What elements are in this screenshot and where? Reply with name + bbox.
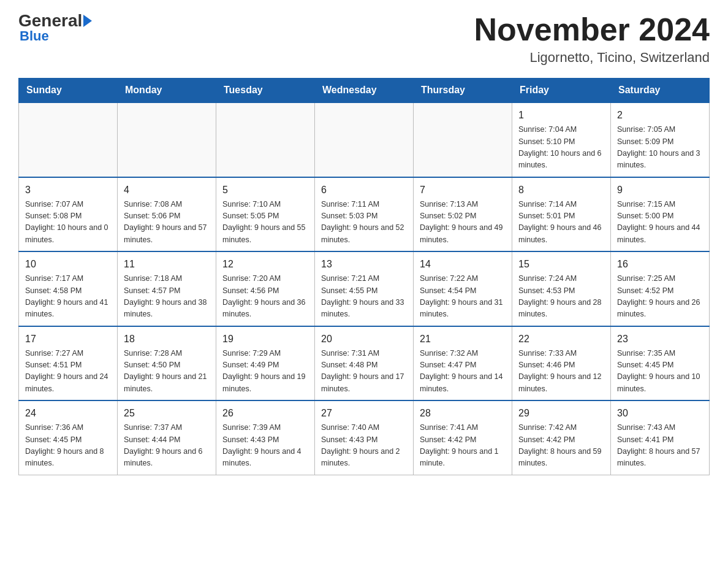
day-info: Sunrise: 7:35 AMSunset: 4:45 PMDaylight:… <box>617 348 703 396</box>
table-row: 18Sunrise: 7:28 AMSunset: 4:50 PMDayligh… <box>118 326 216 401</box>
calendar-table: Sunday Monday Tuesday Wednesday Thursday… <box>18 78 710 475</box>
table-row: 3Sunrise: 7:07 AMSunset: 5:08 PMDaylight… <box>19 177 118 252</box>
day-number: 7 <box>420 183 506 197</box>
table-row: 20Sunrise: 7:31 AMSunset: 4:48 PMDayligh… <box>315 326 414 401</box>
col-tuesday: Tuesday <box>216 79 315 103</box>
table-row: 1Sunrise: 7:04 AMSunset: 5:10 PMDaylight… <box>512 102 611 177</box>
calendar-week-row: 17Sunrise: 7:27 AMSunset: 4:51 PMDayligh… <box>19 326 710 401</box>
calendar-week-row: 24Sunrise: 7:36 AMSunset: 4:45 PMDayligh… <box>19 400 710 475</box>
table-row: 17Sunrise: 7:27 AMSunset: 4:51 PMDayligh… <box>19 326 118 401</box>
day-info: Sunrise: 7:37 AMSunset: 4:44 PMDaylight:… <box>124 422 210 470</box>
day-number: 9 <box>617 183 703 197</box>
day-number: 5 <box>222 183 308 197</box>
col-monday: Monday <box>118 79 216 103</box>
table-row: 24Sunrise: 7:36 AMSunset: 4:45 PMDayligh… <box>19 400 118 475</box>
day-number: 24 <box>25 406 111 421</box>
calendar-week-row: 1Sunrise: 7:04 AMSunset: 5:10 PMDaylight… <box>19 102 710 177</box>
col-sunday: Sunday <box>19 79 118 103</box>
day-info: Sunrise: 7:10 AMSunset: 5:05 PMDaylight:… <box>222 199 308 247</box>
day-info: Sunrise: 7:36 AMSunset: 4:45 PMDaylight:… <box>25 422 111 470</box>
day-info: Sunrise: 7:40 AMSunset: 4:43 PMDaylight:… <box>321 422 407 470</box>
day-info: Sunrise: 7:13 AMSunset: 5:02 PMDaylight:… <box>420 199 506 247</box>
day-number: 17 <box>25 332 111 347</box>
day-info: Sunrise: 7:39 AMSunset: 4:43 PMDaylight:… <box>222 422 308 470</box>
table-row: 6Sunrise: 7:11 AMSunset: 5:03 PMDaylight… <box>315 177 414 252</box>
day-info: Sunrise: 7:22 AMSunset: 4:54 PMDaylight:… <box>420 273 506 321</box>
day-info: Sunrise: 7:14 AMSunset: 5:01 PMDaylight:… <box>518 199 604 247</box>
logo: General Blue <box>18 12 92 43</box>
page-header: General Blue November 2024 Ligornetto, T… <box>18 12 710 66</box>
day-number: 30 <box>617 406 703 421</box>
day-info: Sunrise: 7:20 AMSunset: 4:56 PMDaylight:… <box>222 273 308 321</box>
day-info: Sunrise: 7:15 AMSunset: 5:00 PMDaylight:… <box>617 199 703 247</box>
day-number: 14 <box>420 257 506 272</box>
day-number: 23 <box>617 332 703 347</box>
table-row: 29Sunrise: 7:42 AMSunset: 4:42 PMDayligh… <box>512 400 611 475</box>
day-number: 4 <box>124 183 210 197</box>
col-wednesday: Wednesday <box>315 79 414 103</box>
day-number: 22 <box>518 332 604 347</box>
day-info: Sunrise: 7:31 AMSunset: 4:48 PMDaylight:… <box>321 348 407 396</box>
day-number: 3 <box>25 183 111 197</box>
table-row: 13Sunrise: 7:21 AMSunset: 4:55 PMDayligh… <box>315 251 414 326</box>
table-row: 25Sunrise: 7:37 AMSunset: 4:44 PMDayligh… <box>118 400 216 475</box>
day-info: Sunrise: 7:21 AMSunset: 4:55 PMDaylight:… <box>321 273 407 321</box>
table-row: 11Sunrise: 7:18 AMSunset: 4:57 PMDayligh… <box>118 251 216 326</box>
day-info: Sunrise: 7:07 AMSunset: 5:08 PMDaylight:… <box>25 199 111 247</box>
table-row: 12Sunrise: 7:20 AMSunset: 4:56 PMDayligh… <box>216 251 315 326</box>
location-title: Ligornetto, Ticino, Switzerland <box>474 50 710 66</box>
day-info: Sunrise: 7:32 AMSunset: 4:47 PMDaylight:… <box>420 348 506 396</box>
table-row: 9Sunrise: 7:15 AMSunset: 5:00 PMDaylight… <box>611 177 710 252</box>
table-row: 14Sunrise: 7:22 AMSunset: 4:54 PMDayligh… <box>414 251 512 326</box>
table-row: 2Sunrise: 7:05 AMSunset: 5:09 PMDaylight… <box>611 102 710 177</box>
header-row: Sunday Monday Tuesday Wednesday Thursday… <box>19 79 710 103</box>
table-row: 10Sunrise: 7:17 AMSunset: 4:58 PMDayligh… <box>19 251 118 326</box>
table-row: 27Sunrise: 7:40 AMSunset: 4:43 PMDayligh… <box>315 400 414 475</box>
logo-blue-text: Blue <box>20 29 49 43</box>
day-info: Sunrise: 7:18 AMSunset: 4:57 PMDaylight:… <box>124 273 210 321</box>
day-number: 28 <box>420 406 506 421</box>
day-number: 1 <box>518 108 604 123</box>
day-info: Sunrise: 7:33 AMSunset: 4:46 PMDaylight:… <box>518 348 604 396</box>
day-number: 12 <box>222 257 308 272</box>
table-row: 8Sunrise: 7:14 AMSunset: 5:01 PMDaylight… <box>512 177 611 252</box>
day-info: Sunrise: 7:05 AMSunset: 5:09 PMDaylight:… <box>617 124 703 172</box>
day-info: Sunrise: 7:42 AMSunset: 4:42 PMDaylight:… <box>518 422 604 470</box>
day-number: 2 <box>617 108 703 123</box>
day-number: 27 <box>321 406 407 421</box>
day-info: Sunrise: 7:24 AMSunset: 4:53 PMDaylight:… <box>518 273 604 321</box>
title-section: November 2024 Ligornetto, Ticino, Switze… <box>474 12 710 66</box>
table-row: 26Sunrise: 7:39 AMSunset: 4:43 PMDayligh… <box>216 400 315 475</box>
table-row <box>216 102 315 177</box>
table-row: 21Sunrise: 7:32 AMSunset: 4:47 PMDayligh… <box>414 326 512 401</box>
table-row: 7Sunrise: 7:13 AMSunset: 5:02 PMDaylight… <box>414 177 512 252</box>
day-number: 13 <box>321 257 407 272</box>
day-info: Sunrise: 7:28 AMSunset: 4:50 PMDaylight:… <box>124 348 210 396</box>
day-info: Sunrise: 7:41 AMSunset: 4:42 PMDaylight:… <box>420 422 506 470</box>
day-number: 19 <box>222 332 308 347</box>
day-number: 20 <box>321 332 407 347</box>
table-row: 30Sunrise: 7:43 AMSunset: 4:41 PMDayligh… <box>611 400 710 475</box>
day-number: 16 <box>617 257 703 272</box>
day-number: 26 <box>222 406 308 421</box>
table-row: 19Sunrise: 7:29 AMSunset: 4:49 PMDayligh… <box>216 326 315 401</box>
day-number: 11 <box>124 257 210 272</box>
table-row: 15Sunrise: 7:24 AMSunset: 4:53 PMDayligh… <box>512 251 611 326</box>
day-info: Sunrise: 7:17 AMSunset: 4:58 PMDaylight:… <box>25 273 111 321</box>
table-row: 28Sunrise: 7:41 AMSunset: 4:42 PMDayligh… <box>414 400 512 475</box>
table-row: 4Sunrise: 7:08 AMSunset: 5:06 PMDaylight… <box>118 177 216 252</box>
day-number: 18 <box>124 332 210 347</box>
table-row <box>414 102 512 177</box>
day-number: 25 <box>124 406 210 421</box>
day-number: 8 <box>518 183 604 197</box>
day-info: Sunrise: 7:29 AMSunset: 4:49 PMDaylight:… <box>222 348 308 396</box>
col-saturday: Saturday <box>611 79 710 103</box>
col-friday: Friday <box>512 79 611 103</box>
day-number: 21 <box>420 332 506 347</box>
day-info: Sunrise: 7:27 AMSunset: 4:51 PMDaylight:… <box>25 348 111 396</box>
table-row: 23Sunrise: 7:35 AMSunset: 4:45 PMDayligh… <box>611 326 710 401</box>
logo-arrow-icon <box>83 15 92 27</box>
table-row <box>118 102 216 177</box>
table-row <box>315 102 414 177</box>
logo-general-text: General <box>18 12 82 29</box>
